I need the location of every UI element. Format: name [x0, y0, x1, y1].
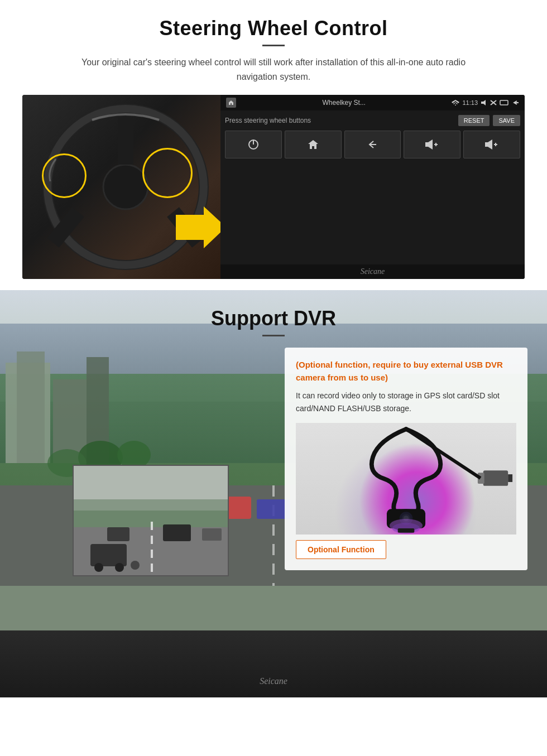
svg-marker-8 [453, 102, 458, 104]
optional-badge-label: Optional Function [296, 540, 386, 559]
swc-seicane: Seicane [220, 264, 525, 279]
button-grid [225, 131, 520, 158]
svg-rect-55 [508, 474, 512, 482]
grid-vol-up-2 [463, 131, 520, 158]
ctrl-buttons: RESET SAVE [458, 115, 520, 126]
wifi-icon [452, 100, 459, 105]
svg-rect-46 [107, 527, 129, 541]
svg-marker-6 [176, 206, 226, 248]
svg-rect-14 [500, 100, 508, 105]
dvr-camera-image [296, 423, 516, 535]
dvr-thumbnail [73, 465, 229, 576]
dvr-section: Support DVR [0, 290, 547, 697]
save-button[interactable]: SAVE [493, 115, 520, 126]
grid-back [344, 131, 401, 158]
svg-rect-53 [483, 470, 508, 486]
thumbnail-scene [74, 466, 229, 576]
reset-button[interactable]: RESET [458, 115, 490, 126]
time-display: 11:13 [462, 99, 478, 106]
yellow-highlight-right [142, 148, 193, 198]
svg-rect-47 [163, 524, 191, 541]
dvr-device-svg [296, 423, 516, 535]
steering-wheel-section: Steering Wheel Control Your original car… [0, 0, 547, 290]
dvr-seicane: Seicane [0, 671, 547, 692]
dvr-title-divider [262, 335, 285, 336]
yellow-arrow [176, 206, 226, 248]
wheelkey-content: Press steering wheel buttons RESET SAVE [220, 110, 525, 264]
dvr-body-text: It can record video only to storage in G… [296, 389, 516, 415]
dvr-optional-notice: (Optional function, require to buy exter… [296, 359, 516, 384]
wheelkey-header: Press steering wheel buttons RESET SAVE [225, 115, 520, 126]
svg-marker-19 [428, 139, 433, 150]
back-btn-icon [366, 138, 378, 151]
instruction-label: Press steering wheel buttons [225, 117, 311, 124]
svg-rect-48 [202, 528, 222, 541]
dvr-main-content: (Optional function, require to buy exter… [0, 348, 547, 671]
dvr-title-area: Support DVR [0, 290, 547, 348]
svg-rect-44 [74, 466, 229, 499]
svg-rect-49 [90, 544, 127, 566]
swc-title: Steering Wheel Control [22, 17, 525, 40]
svg-point-9 [455, 105, 456, 106]
optional-function-badge: Optional Function [296, 535, 516, 559]
back-icon [511, 100, 519, 105]
dvr-title: Support DVR [0, 307, 547, 330]
status-icons: 11:13 [452, 99, 519, 106]
svg-marker-11 [483, 100, 486, 105]
window-icon [500, 100, 508, 105]
swc-title-divider [262, 45, 285, 46]
svg-marker-7 [452, 100, 459, 103]
svg-rect-10 [481, 102, 483, 104]
svg-rect-22 [485, 142, 488, 147]
steering-wheel-photo [22, 95, 229, 279]
home-btn-icon [307, 138, 319, 151]
speaker-icon [481, 100, 487, 105]
svg-point-2 [103, 165, 148, 209]
close-icon [490, 100, 497, 105]
swc-description: Your original car's steering wheel contr… [78, 55, 469, 84]
svg-rect-63 [398, 528, 415, 533]
vol-up-icon [425, 138, 439, 151]
android-statusbar: Wheelkey St... 11:13 [220, 95, 525, 110]
android-screen: Wheelkey St... 11:13 Press steering whee… [220, 95, 525, 279]
vol-up-icon-2 [484, 138, 499, 151]
svg-point-51 [115, 563, 124, 572]
svg-point-50 [94, 563, 103, 572]
power-icon [247, 138, 260, 151]
app-title: Wheelkey St... [239, 99, 448, 107]
yellow-highlight-left [42, 153, 87, 198]
dvr-info-card: (Optional function, require to buy exter… [285, 348, 527, 570]
grid-power [225, 131, 282, 158]
svg-point-52 [131, 561, 140, 570]
grid-vol-up-1 [404, 131, 460, 158]
swc-image-container: Wheelkey St... 11:13 Press steering whee… [22, 95, 525, 279]
svg-rect-18 [425, 142, 428, 147]
svg-marker-23 [488, 139, 492, 150]
home-icon [226, 98, 236, 108]
grid-home [285, 131, 342, 158]
